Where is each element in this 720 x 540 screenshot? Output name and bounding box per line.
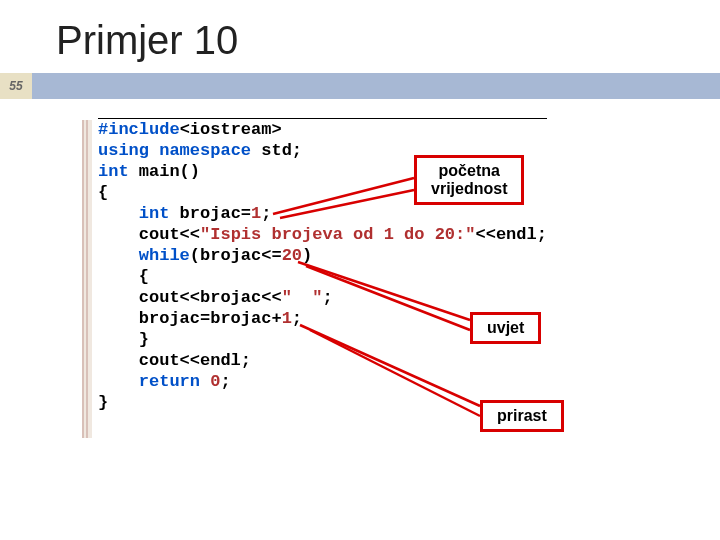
page-number-badge: 55 <box>0 73 32 99</box>
header-bar: 55 <box>0 73 720 99</box>
callout-condition: uvjet <box>470 312 541 344</box>
slide-title: Primjer 10 <box>0 0 720 73</box>
code-gutter <box>82 120 92 438</box>
callout-increment: prirast <box>480 400 564 432</box>
callout-initial-value: početna vrijednost <box>414 155 524 205</box>
